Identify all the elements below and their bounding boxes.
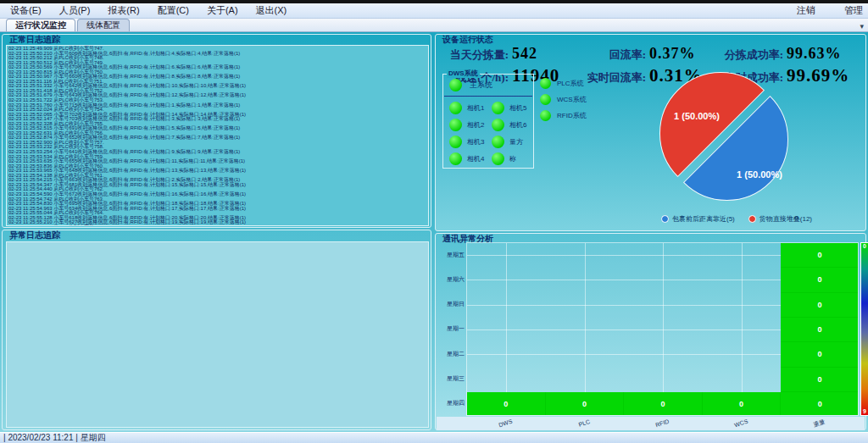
- system-label: RFID系统: [557, 111, 587, 120]
- status-dot-icon: [449, 152, 462, 165]
- status-datetime: | 2023/02/23 11:21 | 星期四: [3, 432, 106, 443]
- heatmap-green-column: 000000: [781, 243, 859, 392]
- weekday-label: 星期一: [447, 324, 465, 333]
- normal-log-title: 正常日志追踪: [8, 35, 62, 45]
- log-line: 02-23 11:25:55.344 从PLC收到小车号765.: [8, 225, 426, 226]
- heatmap-cell: 0: [781, 368, 859, 392]
- normal-log-panel: 正常日志追踪 02-23 11:25:49.909 从PLC收到小车号747.0…: [2, 34, 431, 228]
- system-label: WCS系统: [557, 95, 587, 104]
- chevron-down-icon[interactable]: ▾: [860, 22, 864, 30]
- colorbar-min-label: 0: [863, 243, 866, 250]
- dws-item-label: 称: [509, 154, 516, 163]
- status-dot-icon: [449, 102, 462, 114]
- app-window: 设备(E)人员(P)报表(R)配置(C)关于(A)退出(X) 注销 管理 运行状…: [0, 0, 868, 443]
- dws-item: 量方: [492, 133, 526, 150]
- weekday-label: 星期三: [447, 374, 465, 383]
- dws-item-label: 相机2: [467, 120, 484, 130]
- pie-slice-label-blue: 1 (50.00%): [737, 169, 782, 180]
- stat-value: 542: [512, 45, 537, 63]
- status-dot-icon: [540, 78, 551, 89]
- dws-item: 相机3: [449, 133, 484, 150]
- system-label: PLC系统: [557, 79, 584, 88]
- dws-item-label: 相机4: [467, 154, 484, 163]
- abnormal-log-title: 异常日志追踪: [8, 230, 62, 241]
- dws-item: 相机2: [449, 116, 484, 133]
- menu-item[interactable]: 退出(X): [251, 4, 292, 17]
- system-status-item: WCS系统: [540, 91, 587, 108]
- dws-item: 相机6: [492, 116, 526, 133]
- pie-slice-label-red: 1 (50.00%): [674, 111, 720, 121]
- heatmap-column-labels: DWSPLCRFIDWCS重量: [466, 416, 859, 430]
- logout-button[interactable]: 注销: [792, 4, 821, 17]
- heatmap-plot-area: 000000 00000: [466, 242, 859, 416]
- legend-item-near-distance: 包裹前后距离靠近(5): [661, 214, 735, 224]
- stat-row: 当天分拣量: 542: [439, 45, 559, 65]
- abnormal-log-panel: 异常日志追踪: [2, 230, 431, 430]
- status-dot-icon: [492, 152, 504, 165]
- weekday-label: 星期六: [447, 275, 465, 284]
- tab-bar: 运行状况监控 线体配置 ▾: [0, 19, 868, 32]
- menu-item[interactable]: 设备(E): [5, 4, 47, 17]
- normal-log-list[interactable]: 02-23 11:25:49.909 从PLC收到小车号747.02-23 11…: [6, 45, 429, 226]
- dws-main-system: 主系统: [449, 79, 492, 91]
- dws-item-label: 相机5: [509, 103, 526, 113]
- menu-bar: 设备(E)人员(P)报表(R)配置(C)关于(A)退出(X) 注销 管理: [0, 3, 868, 19]
- menu-right: 注销 管理: [792, 4, 868, 17]
- pie-legend: 包裹前后距离靠近(5) 货物直接堆叠(12): [661, 214, 812, 224]
- status-dot-icon: [449, 119, 462, 131]
- heatmap-colorbar: 0 9: [860, 242, 868, 416]
- status-dot-icon: [492, 119, 504, 131]
- system-status-item: PLC系统: [540, 75, 587, 91]
- dws-item-label: 相机6: [509, 120, 526, 130]
- legend-dot-red-icon: [748, 215, 756, 223]
- colorbar-max-label: 9: [863, 408, 866, 415]
- heatmap-cell: 0: [781, 342, 859, 367]
- stat-label: 当天分拣量:: [439, 47, 509, 63]
- external-systems-list: PLC系统 WCS系统 RFID系统: [540, 75, 587, 124]
- dws-system-box: DWS系统 主系统 相机1 相机2 相机3: [442, 74, 534, 169]
- weekday-label: 星期四: [447, 399, 465, 407]
- heatmap-cell: 0: [781, 293, 859, 318]
- system-status-item: RFID系统: [540, 108, 587, 124]
- status-dot-icon: [449, 136, 462, 148]
- legend-dot-blue-icon: [661, 215, 669, 223]
- device-status-panel: 设备运行状态 当天分拣量: 542 线速(个/h): 11940 回流率: 0.…: [435, 34, 866, 231]
- dws-camera-column-2: 相机5 相机6 量方 称: [492, 99, 526, 167]
- admin-button[interactable]: 管理: [839, 4, 868, 17]
- heatmap-cell: 0: [781, 268, 859, 292]
- status-dot-icon: [492, 102, 504, 114]
- dws-item-label: 相机3: [467, 137, 484, 147]
- status-dot-icon: [540, 94, 551, 105]
- heatmap-cell: 0: [781, 318, 859, 342]
- stat-row: 回流率: 0.37%: [576, 45, 703, 65]
- legend-label: 包裹前后距离靠近(5): [672, 214, 735, 224]
- stat-value: 99.63%: [787, 45, 842, 63]
- dws-item: 称: [492, 150, 526, 167]
- heatmap-row-labels: 星期五星期六星期日星期一星期二星期三星期四: [437, 242, 465, 416]
- tab-run-monitor[interactable]: 运行状况监控: [6, 19, 75, 31]
- menu-item[interactable]: 报表(R): [103, 4, 144, 17]
- weekday-label: 星期日: [447, 300, 465, 308]
- dws-item: 相机5: [492, 99, 526, 116]
- menu-item[interactable]: 人员(P): [54, 4, 96, 17]
- tab-line-config[interactable]: 线体配置: [77, 19, 130, 31]
- stat-label: 回流率:: [576, 47, 646, 63]
- dws-separator: [444, 96, 532, 97]
- comm-anomaly-panel: 通讯异常分析 星期五星期六星期日星期一星期二星期三星期四 000000 0000…: [435, 233, 866, 430]
- dws-item-label: 量方: [509, 137, 523, 147]
- abnormal-log-list[interactable]: [6, 241, 429, 428]
- status-bar: | 2023/02/23 11:21 | 星期四: [0, 432, 868, 443]
- weekday-label: 星期五: [447, 251, 465, 259]
- heatmap-cell: 0: [781, 243, 859, 268]
- menu-item[interactable]: 关于(A): [202, 4, 243, 17]
- stat-value: 0.37%: [649, 45, 696, 63]
- legend-label: 货物直接堆叠(12): [760, 214, 812, 224]
- dws-item: 相机1: [449, 99, 484, 116]
- dws-box-title: DWS系统: [447, 69, 480, 78]
- status-dot-icon: [492, 136, 504, 148]
- stat-label: 实时回流率:: [576, 70, 646, 86]
- dws-item: 相机4: [449, 150, 484, 167]
- menu-item[interactable]: 配置(C): [153, 4, 194, 17]
- dws-camera-column-1: 相机1 相机2 相机3 相机4: [449, 99, 484, 167]
- dws-item-label: 相机1: [467, 103, 484, 113]
